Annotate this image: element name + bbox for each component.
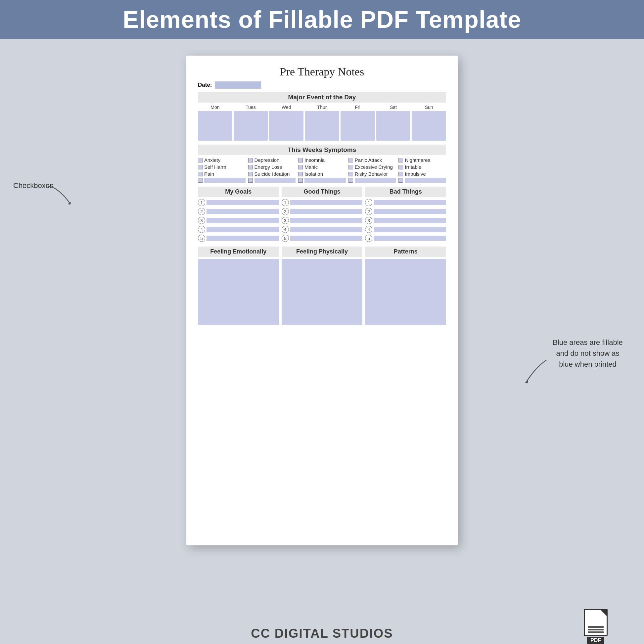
symptom-label-insomnia: Insomnia (304, 157, 325, 163)
symptom-label-panic: Panic Attack (355, 157, 382, 163)
goal-num-4: 4 (198, 226, 205, 233)
bad-line-2[interactable] (374, 209, 446, 214)
symptom-label-irritable: Irritable (405, 164, 421, 170)
day-box-wed[interactable] (269, 111, 303, 141)
checkbox-pain[interactable] (198, 172, 203, 176)
feeling-physically-box[interactable] (282, 259, 363, 325)
symptom-panic: Panic Attack (348, 157, 396, 163)
extra-checkbox-2[interactable] (248, 178, 253, 183)
day-label-wed: Wed (282, 105, 291, 110)
extra-line-3[interactable] (304, 178, 346, 183)
goal-4: 4 (198, 226, 279, 233)
good-col: Good Things 1 2 3 4 5 (282, 187, 363, 242)
day-box-fri[interactable] (341, 111, 375, 141)
svg-marker-1 (525, 380, 528, 383)
goal-1: 1 (198, 199, 279, 206)
checkbox-isolation[interactable] (298, 172, 303, 176)
extra-checkbox-4[interactable] (348, 178, 353, 183)
days-grid: Mon Tues Wed Thur Fri Sat (198, 105, 446, 141)
checkbox-risky[interactable] (348, 172, 353, 176)
date-input[interactable] (215, 81, 261, 89)
symptom-label-isolation: Isolation (304, 171, 323, 177)
feeling-section: Feeling Emotionally Feeling Physically P… (198, 247, 446, 325)
goal-2: 2 (198, 208, 279, 215)
bad-line-4[interactable] (374, 227, 446, 232)
goal-line-3[interactable] (207, 218, 279, 223)
bad-1: 1 (365, 199, 446, 206)
arrow-blue-icon (523, 357, 550, 383)
extra-line-2[interactable] (254, 178, 296, 183)
symptom-irritable: Irritable (398, 164, 446, 170)
good-5: 5 (282, 235, 363, 242)
goal-line-5[interactable] (207, 236, 279, 241)
patterns-col: Patterns (365, 247, 446, 325)
pdf-label: PDF (587, 637, 604, 644)
pdf-icon: PDF (584, 609, 608, 644)
symptoms-section: This Weeks Symptoms Anxiety Depression I… (198, 145, 446, 183)
good-line-1[interactable] (290, 200, 363, 205)
extra-checkbox-1[interactable] (198, 178, 203, 183)
checkbox-nightmares[interactable] (398, 158, 403, 162)
feeling-emotionally-box[interactable] (198, 259, 279, 325)
symptom-manic: Manic (298, 164, 346, 170)
checkbox-manic[interactable] (298, 165, 303, 169)
day-wed: Wed (269, 105, 303, 141)
day-box-mon[interactable] (198, 111, 232, 141)
good-num-2: 2 (282, 208, 289, 215)
symptom-label-suicide: Suicide Ideation (254, 171, 290, 177)
day-box-sat[interactable] (376, 111, 411, 141)
day-box-sun[interactable] (412, 111, 446, 141)
day-fri: Fri (341, 105, 375, 141)
good-line-3[interactable] (290, 218, 363, 223)
good-line-2[interactable] (290, 209, 363, 214)
extra-line-4[interactable] (355, 178, 396, 183)
day-thur: Thur (305, 105, 339, 141)
bad-num-4: 4 (365, 226, 372, 233)
good-line-5[interactable] (290, 236, 363, 241)
arrow-checkboxes-icon (46, 185, 73, 205)
checkbox-anxiety[interactable] (198, 158, 203, 162)
day-box-tues[interactable] (234, 111, 268, 141)
goal-num-5: 5 (198, 235, 205, 242)
extra-3 (298, 178, 346, 183)
good-header: Good Things (282, 187, 363, 197)
good-num-4: 4 (282, 226, 289, 233)
bad-line-3[interactable] (374, 218, 446, 223)
bad-num-1: 1 (365, 199, 372, 206)
checkbox-insomnia[interactable] (298, 158, 303, 162)
goal-line-4[interactable] (207, 227, 279, 232)
symptom-selfharm: Self Harm (198, 164, 246, 170)
goal-line-1[interactable] (207, 200, 279, 205)
symptom-pain: Pain (198, 171, 246, 177)
checkbox-excessive-crying[interactable] (348, 165, 353, 169)
checkbox-impulsive[interactable] (398, 172, 403, 176)
symptom-insomnia: Insomnia (298, 157, 346, 163)
extra-4 (348, 178, 396, 183)
extra-checkbox-3[interactable] (298, 178, 303, 183)
symptom-label-pain: Pain (204, 171, 214, 177)
main-area: Checkboxes Blue areas are fillable and d… (0, 39, 644, 621)
checkbox-selfharm[interactable] (198, 165, 203, 169)
checkbox-depression[interactable] (248, 158, 253, 162)
extra-checkbox-5[interactable] (398, 178, 403, 183)
patterns-box[interactable] (365, 259, 446, 325)
bad-line-1[interactable] (374, 200, 446, 205)
annotation-blue: Blue areas are fillable and do not show … (550, 337, 626, 370)
checkbox-suicide[interactable] (248, 172, 253, 176)
good-line-4[interactable] (290, 227, 363, 232)
symptom-label-impulsive: Impulsive (405, 171, 426, 177)
day-box-thur[interactable] (305, 111, 339, 141)
goal-5: 5 (198, 235, 279, 242)
checkbox-energyloss[interactable] (248, 165, 253, 169)
bad-line-5[interactable] (374, 236, 446, 241)
bad-2: 2 (365, 208, 446, 215)
symptom-label-energyloss: Energy Loss (254, 164, 282, 170)
checkbox-irritable[interactable] (398, 165, 403, 169)
extra-line-5[interactable] (405, 178, 446, 183)
extra-line-1[interactable] (204, 178, 246, 183)
goal-line-2[interactable] (207, 209, 279, 214)
bad-header: Bad Things (365, 187, 446, 197)
good-num-3: 3 (282, 217, 289, 224)
checkbox-panic[interactable] (348, 158, 353, 162)
major-event-header: Major Event of the Day (198, 92, 446, 103)
